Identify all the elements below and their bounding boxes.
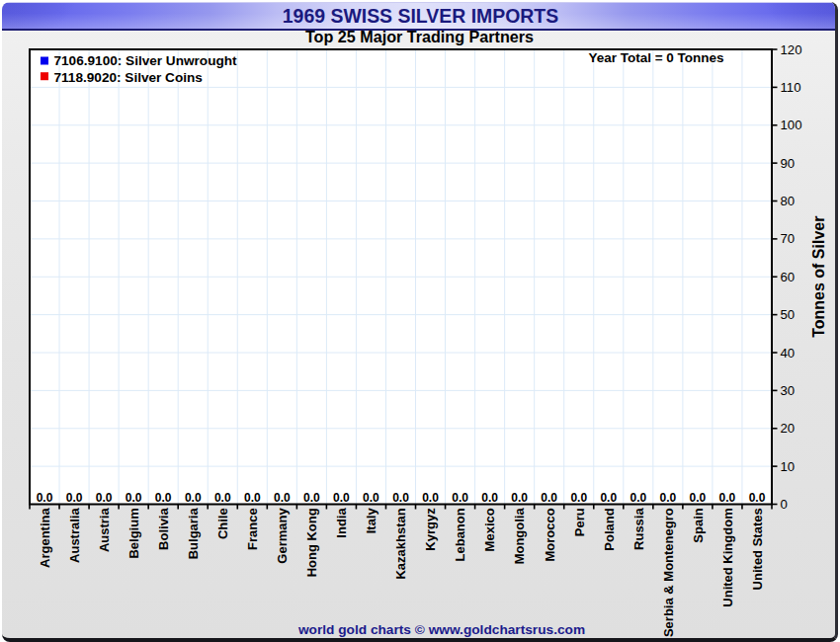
svg-text:0.0: 0.0 <box>481 491 498 505</box>
svg-text:0.0: 0.0 <box>244 491 261 505</box>
svg-text:0.0: 0.0 <box>541 491 557 505</box>
svg-text:Hong Kong: Hong Kong <box>304 508 319 577</box>
svg-text:Poland: Poland <box>602 508 617 550</box>
svg-text:60: 60 <box>781 270 796 284</box>
svg-text:0.0: 0.0 <box>600 491 617 505</box>
svg-text:0.0: 0.0 <box>630 491 646 505</box>
svg-text:Morocco: Morocco <box>543 508 557 561</box>
svg-text:50: 50 <box>781 307 796 322</box>
svg-text:India: India <box>334 508 349 538</box>
svg-text:Belgium: Belgium <box>126 508 141 558</box>
svg-text:United States: United States <box>750 508 765 590</box>
svg-text:Italy: Italy <box>364 508 378 534</box>
svg-text:Kazakhstan: Kazakhstan <box>393 508 408 579</box>
svg-text:30: 30 <box>781 383 796 398</box>
svg-text:Australia: Australia <box>67 508 82 563</box>
svg-text:0: 0 <box>781 497 788 512</box>
svg-text:0.0: 0.0 <box>422 491 439 505</box>
svg-text:0.0: 0.0 <box>66 491 83 505</box>
svg-text:0.0: 0.0 <box>452 491 468 505</box>
svg-text:70: 70 <box>781 231 796 246</box>
svg-text:Kyrgyz: Kyrgyz <box>423 508 438 551</box>
svg-text:0.0: 0.0 <box>719 491 736 505</box>
svg-text:100: 100 <box>781 118 802 132</box>
svg-text:0.0: 0.0 <box>511 491 528 505</box>
svg-text:110: 110 <box>781 80 801 95</box>
svg-text:0.0: 0.0 <box>392 491 409 505</box>
svg-text:0.0: 0.0 <box>660 491 677 505</box>
svg-text:0.0: 0.0 <box>274 491 291 505</box>
svg-text:0.0: 0.0 <box>303 491 320 505</box>
svg-text:90: 90 <box>781 156 796 171</box>
svg-text:7106.9100: Silver Unwrought: 7106.9100: Silver Unwrought <box>54 53 238 68</box>
svg-text:0.0: 0.0 <box>363 491 379 505</box>
svg-text:Russia: Russia <box>631 508 646 550</box>
svg-text:0.0: 0.0 <box>37 491 53 505</box>
svg-text:Lebanon: Lebanon <box>453 508 467 561</box>
svg-text:Mongolia: Mongolia <box>512 508 527 565</box>
svg-text:Chile: Chile <box>215 508 230 539</box>
svg-text:Bolivia: Bolivia <box>156 508 171 550</box>
svg-text:Argentina: Argentina <box>38 508 52 568</box>
svg-text:0.0: 0.0 <box>749 491 766 505</box>
svg-text:Mexico: Mexico <box>482 508 497 551</box>
svg-text:0.0: 0.0 <box>214 491 231 505</box>
svg-text:Year Total = 0 Tonnes: Year Total = 0 Tonnes <box>588 50 723 65</box>
svg-text:Tonnes of Silver: Tonnes of Silver <box>810 216 827 338</box>
svg-text:Austria: Austria <box>97 508 112 553</box>
svg-text:0.0: 0.0 <box>185 491 202 505</box>
svg-text:United Kingdom: United Kingdom <box>720 508 735 606</box>
svg-text:20: 20 <box>781 421 796 436</box>
svg-text:Peru: Peru <box>572 508 587 536</box>
svg-text:1969 SWISS SILVER IMPORTS: 1969 SWISS SILVER IMPORTS <box>283 5 558 27</box>
svg-text:0.0: 0.0 <box>690 491 707 505</box>
svg-text:0.0: 0.0 <box>96 491 113 505</box>
svg-text:7118.9020: Silver Coins: 7118.9020: Silver Coins <box>54 70 203 85</box>
svg-text:Serbia & Montenegro: Serbia & Montenegro <box>661 508 676 637</box>
svg-text:France: France <box>245 508 260 550</box>
svg-text:Top 25 Major Trading Partners: Top 25 Major Trading Partners <box>305 28 534 45</box>
svg-text:120: 120 <box>781 42 802 57</box>
svg-text:Bulgaria: Bulgaria <box>186 508 201 560</box>
svg-text:world gold charts © www.goldch: world gold charts © www.goldchartsrus.co… <box>297 622 585 637</box>
svg-text:40: 40 <box>781 346 796 361</box>
svg-text:Spain: Spain <box>691 508 706 542</box>
svg-text:0.0: 0.0 <box>570 491 587 505</box>
svg-text:0.0: 0.0 <box>126 491 142 505</box>
svg-text:0.0: 0.0 <box>333 491 350 505</box>
svg-text:80: 80 <box>781 194 796 208</box>
svg-text:Germany: Germany <box>275 508 290 564</box>
svg-text:0.0: 0.0 <box>155 491 172 505</box>
svg-text:10: 10 <box>781 459 796 474</box>
